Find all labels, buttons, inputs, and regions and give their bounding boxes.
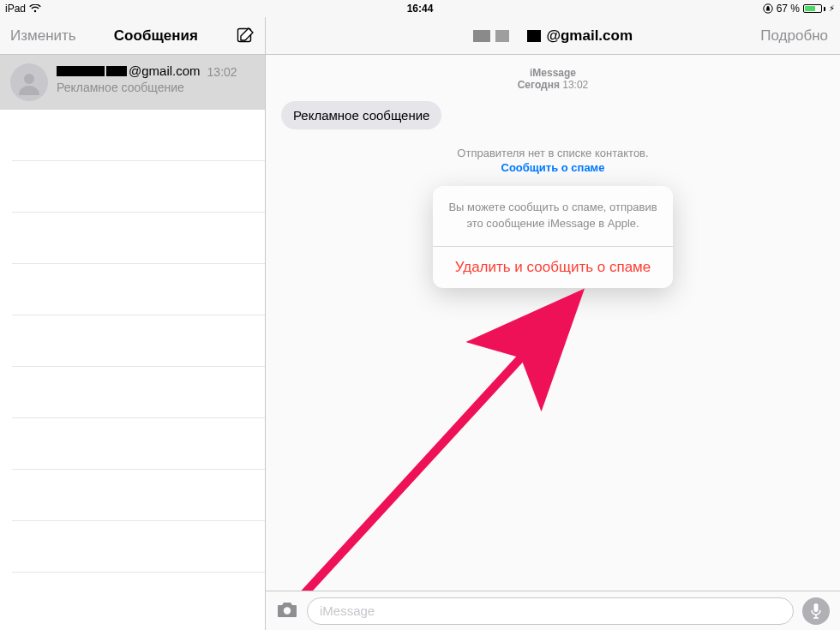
message-input[interactable] <box>307 597 794 625</box>
service-label: iMessage <box>281 67 825 79</box>
status-time: 16:44 <box>407 3 434 15</box>
annotation-arrow <box>272 252 820 591</box>
conversation-header: @gmail.com Подробно <box>266 17 840 55</box>
report-spam-popover: Вы можете сообщить о спаме, отправив это… <box>433 186 673 288</box>
compose-icon[interactable] <box>236 27 255 45</box>
details-button[interactable]: Подробно <box>760 27 828 45</box>
conversation-preview: Рекламное сообщение <box>57 81 255 94</box>
thread-date-header: iMessage Сегодня 13:02 <box>281 67 825 91</box>
wifi-icon <box>29 4 41 13</box>
battery-icon <box>803 4 825 13</box>
incoming-message-bubble[interactable]: Рекламное сообщение <box>281 101 441 129</box>
svg-line-3 <box>272 314 561 591</box>
empty-rows <box>0 110 265 573</box>
sidebar-header: Изменить Сообщения <box>0 17 266 55</box>
message-thread[interactable]: iMessage Сегодня 13:02 Рекламное сообщен… <box>266 55 840 591</box>
edit-button[interactable]: Изменить <box>10 27 76 45</box>
conversation-list[interactable]: @gmail.com 13:02 Рекламное сообщение <box>0 55 266 630</box>
report-spam-link[interactable]: Сообщить о спаме <box>281 161 825 174</box>
redacted-block <box>57 66 105 76</box>
contact-domain: @gmail.com <box>546 27 633 45</box>
conversation-time: 13:02 <box>207 65 237 79</box>
thread-time: 13:02 <box>562 79 588 91</box>
not-in-contacts-label: Отправителя нет в списке контактов. <box>281 147 825 159</box>
compose-bar <box>266 591 840 630</box>
battery-percent: 67 % <box>777 3 800 15</box>
device-label: iPad <box>5 3 26 15</box>
status-bar: iPad 16:44 67 % ⚡︎ <box>0 0 840 17</box>
microphone-button[interactable] <box>802 597 830 625</box>
conversation-contact: @gmail.com <box>57 63 201 78</box>
svg-point-4 <box>284 607 291 614</box>
status-right: 67 % ⚡︎ <box>763 3 835 15</box>
svg-rect-5 <box>814 603 819 612</box>
orientation-lock-icon <box>763 3 773 14</box>
redacted-block <box>495 30 509 42</box>
redacted-block <box>527 30 541 42</box>
status-left: iPad <box>5 3 41 15</box>
conversation-row-selected[interactable]: @gmail.com 13:02 Рекламное сообщение <box>0 55 265 110</box>
thread-day: Сегодня <box>518 79 560 91</box>
popover-info-text: Вы можете сообщить о спаме, отправив это… <box>433 186 673 246</box>
redacted-block <box>106 66 127 76</box>
camera-icon[interactable] <box>276 601 298 621</box>
delete-and-report-spam-button[interactable]: Удалить и сообщить о спаме <box>433 247 673 288</box>
avatar-icon <box>10 63 48 101</box>
conversation-contact-domain: @gmail.com <box>129 63 201 78</box>
redacted-block <box>473 30 490 42</box>
svg-point-2 <box>24 74 34 84</box>
contact-name[interactable]: @gmail.com <box>473 27 633 45</box>
charging-icon: ⚡︎ <box>829 4 835 13</box>
sidebar-title: Сообщения <box>114 27 198 45</box>
message-thread-pane: iMessage Сегодня 13:02 Рекламное сообщен… <box>266 55 840 630</box>
